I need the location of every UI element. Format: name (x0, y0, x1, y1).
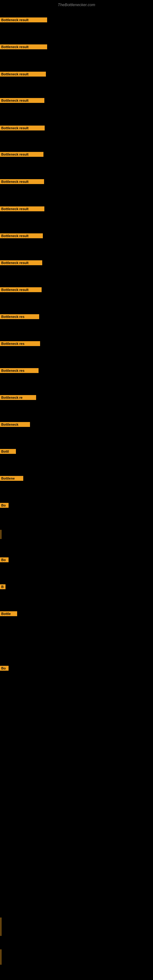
bottleneck-badge-b9: Bottleneck result (0, 233, 43, 238)
bottleneck-badge-b12: Bottleneck res (0, 314, 39, 319)
bottleneck-badge-b18: Bottlene (0, 476, 23, 481)
bottleneck-badge-b6: Bottleneck result (0, 152, 43, 157)
bottleneck-badge-b10: Bottleneck result (0, 260, 42, 265)
bottleneck-badge-b7: Bottleneck result (0, 179, 44, 184)
bottleneck-badge-b14: Bottleneck res (0, 368, 38, 373)
bottleneck-badge-b20: Bo (0, 557, 9, 562)
bottleneck-badge-b16: Bottleneck (0, 422, 30, 427)
bottleneck-badge-b22: Bottle (0, 611, 17, 616)
vertical-line-vl2 (1, 918, 1, 936)
bottleneck-badge-b2: Bottleneck result (0, 45, 47, 49)
bottleneck-badge-b3: Bottleneck result (0, 72, 46, 76)
bottleneck-badge-b11: Bottleneck result (0, 287, 41, 292)
vertical-line-vl1 (1, 530, 1, 539)
bottleneck-badge-b13: Bottleneck res (0, 341, 40, 346)
bottleneck-badge-b19: Bo (0, 503, 9, 508)
bottleneck-badge-b1: Bottleneck result (0, 18, 47, 22)
bottleneck-badge-b23: Bo (0, 666, 9, 671)
bottleneck-badge-b17: Bottl (0, 449, 16, 454)
bottleneck-badge-b8: Bottleneck result (0, 207, 45, 211)
bottleneck-badge-b5: Bottleneck result (0, 126, 45, 130)
bottleneck-badge-b21: B (0, 584, 5, 589)
vertical-line-vl3 (1, 950, 1, 965)
bottleneck-badge-b15: Bottleneck re (0, 395, 36, 400)
site-title: TheBottlenecker.com (0, 2, 153, 7)
bottleneck-badge-b4: Bottleneck result (0, 98, 45, 103)
